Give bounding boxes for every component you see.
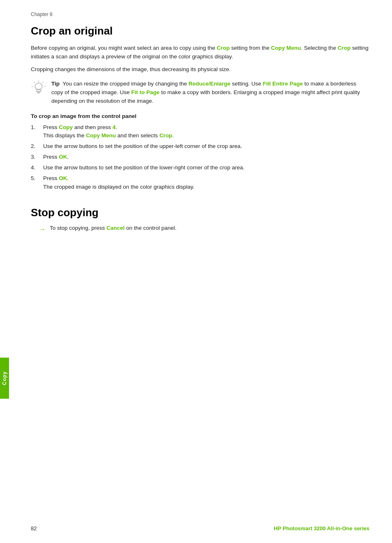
crop-sub-heading: To crop an image from the control panel — [31, 113, 369, 119]
reduce-enlarge-link: Reduce/Enlarge — [189, 81, 231, 87]
tip-label: Tip — [51, 81, 60, 87]
crop-steps-list: 1. Press Copy and then press 4. This dis… — [31, 123, 369, 192]
crop-section-title: Crop an original — [31, 25, 369, 37]
cancel-link: Cancel — [106, 225, 125, 231]
stop-section-title: Stop copying — [31, 206, 369, 219]
crop-para2: Cropping changes the dimensions of the i… — [31, 65, 369, 74]
page-container: Chapter 8 Copy Crop an original Before c… — [0, 0, 392, 543]
footer-page-number: 82 — [31, 525, 37, 531]
step-4-content: Use the arrow buttons to set the positio… — [43, 164, 369, 172]
tip-lightbulb-icon — [31, 81, 47, 97]
step-5-sub: The cropped image is displayed on the co… — [43, 183, 369, 192]
step-2-num: 2. — [31, 142, 43, 151]
step-4: 4. Use the arrow buttons to set the posi… — [31, 164, 369, 172]
step-5-content: Press OK. The cropped image is displayed… — [43, 174, 369, 192]
step-1-num: 1. — [31, 123, 43, 132]
svg-line-5 — [43, 82, 44, 83]
crop-para1: Before copying an original, you might wa… — [31, 44, 369, 61]
step-3-num: 3. — [31, 153, 43, 162]
step-5-num: 5. — [31, 174, 43, 183]
side-tab-label: Copy — [2, 371, 7, 385]
step-3-content: Press OK. — [43, 153, 369, 162]
step-2: 2. Use the arrow buttons to set the posi… — [31, 142, 369, 151]
fit-to-page-link: Fit to Page — [131, 89, 159, 95]
step-3-ok-link: OK — [59, 154, 67, 160]
step-2-content: Use the arrow buttons to set the positio… — [43, 142, 369, 151]
step-1-content: Press Copy and then press 4. This displa… — [43, 123, 369, 141]
arrow-icon: → — [39, 224, 46, 235]
step-1-4-link: 4 — [113, 124, 116, 130]
step-5-ok-link: OK — [59, 175, 67, 181]
fill-entire-page-link: Fill Entire Page — [263, 81, 303, 87]
step-3: 3. Press OK. — [31, 153, 369, 162]
step-5: 5. Press OK. The cropped image is displa… — [31, 174, 369, 192]
svg-line-7 — [34, 82, 35, 83]
step-4-num: 4. — [31, 164, 43, 172]
step-1-copy-link: Copy — [59, 124, 73, 130]
step-1-sub: This displays the Copy Menu and then sel… — [43, 132, 369, 140]
step-1-copy-menu-link: Copy Menu — [86, 132, 116, 139]
tip-text: Tip You can resize the cropped image by … — [51, 80, 369, 106]
crop-link-1: Crop — [217, 45, 230, 51]
step-1: 1. Press Copy and then press 4. This dis… — [31, 123, 369, 141]
copy-menu-link-1: Copy Menu — [271, 45, 301, 51]
main-content: Crop an original Before copying an origi… — [31, 25, 369, 235]
stop-arrow-item: → To stop copying, press Cancel on the c… — [39, 224, 369, 235]
footer: 82 HP Photosmart 3200 All-in-One series — [31, 525, 369, 531]
chapter-label: Chapter 8 — [31, 12, 53, 17]
step-1-crop-link: Crop — [159, 132, 173, 139]
side-tab: Copy — [0, 358, 9, 399]
stop-text: To stop copying, press Cancel on the con… — [50, 224, 176, 233]
crop-link-2: Crop — [338, 45, 351, 51]
footer-product-name: HP Photosmart 3200 All-in-One series — [274, 525, 369, 531]
tip-box: Tip You can resize the cropped image by … — [31, 80, 369, 106]
